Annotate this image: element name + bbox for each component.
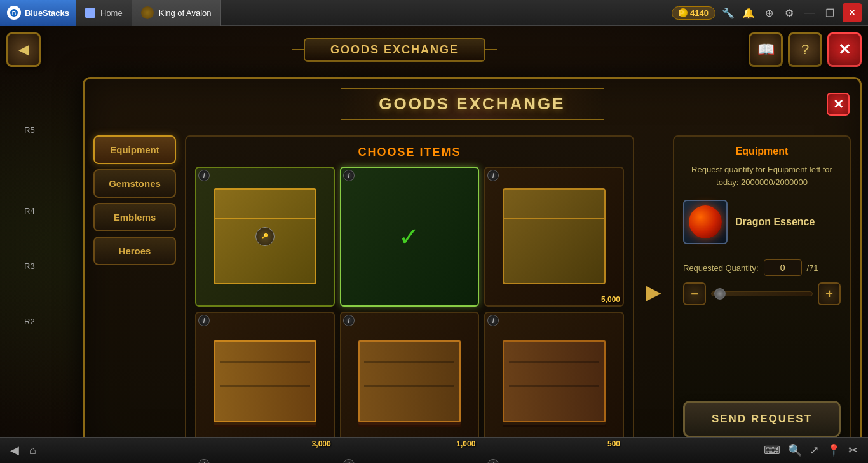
coins-display: P 4140 bbox=[672, 6, 715, 20]
slider-track[interactable] bbox=[711, 291, 813, 296]
item-info-btn-6[interactable]: i bbox=[487, 315, 499, 326]
item-info-btn-5[interactable]: i bbox=[343, 315, 355, 326]
sidebar-item-equipment[interactable]: Equipment bbox=[93, 135, 176, 164]
minus-button[interactable]: − bbox=[683, 282, 706, 305]
item-info-btn-3[interactable]: i bbox=[487, 170, 499, 181]
taskbar-scissors-icon[interactable]: ✂ bbox=[848, 443, 858, 457]
item-checkmark[interactable]: i ✓ bbox=[340, 167, 480, 307]
quantity-label: Requested Quantity: bbox=[683, 263, 759, 273]
r3-label: R3 bbox=[19, 258, 40, 275]
item-qty-5000: 5,000 bbox=[601, 295, 620, 304]
toolbar-right-buttons: 📖 ? ✕ bbox=[749, 32, 862, 67]
arrow-icon: ▶ bbox=[646, 280, 661, 304]
toolbar-title: GOODS EXCHANGE bbox=[330, 43, 459, 56]
modal-title-text: GOODS EXCHANGE bbox=[379, 94, 565, 113]
bluestacks-logo[interactable]: B BlueStacks bbox=[0, 0, 76, 26]
item-preview: Dragon Essence bbox=[683, 195, 841, 249]
bluestacks-label: BlueStacks bbox=[25, 8, 69, 18]
info-description: Request quantity for Equipment left for … bbox=[683, 163, 841, 188]
quantity-max: /71 bbox=[807, 263, 818, 273]
items-panel-title: CHOOSE ITEMS bbox=[195, 146, 624, 159]
r4-label: R4 bbox=[19, 202, 40, 219]
check-icon: ✓ bbox=[398, 222, 420, 251]
close-button[interactable]: × bbox=[843, 3, 862, 22]
sidebar-item-heroes[interactable]: Heroes bbox=[93, 237, 176, 265]
item-preview-image bbox=[683, 200, 728, 244]
slider-thumb[interactable] bbox=[714, 288, 726, 300]
slider-section: − + bbox=[683, 282, 841, 305]
taskbar-search-icon[interactable]: 🔍 bbox=[788, 443, 802, 457]
sidebar-item-emblems[interactable]: Emblems bbox=[93, 203, 176, 232]
modal-title-bg: GOODS EXCHANGE bbox=[341, 88, 603, 120]
items-grid: i 🔑 i ✓ i bbox=[195, 167, 624, 463]
svg-text:B: B bbox=[12, 10, 17, 17]
coin-icon: P bbox=[679, 8, 688, 17]
minimize-button[interactable]: — bbox=[802, 5, 817, 20]
book-button[interactable]: 📖 bbox=[749, 32, 783, 67]
back-button[interactable]: ◀ bbox=[6, 32, 41, 67]
toolbar-icon-4[interactable]: ⚙ bbox=[782, 5, 797, 20]
taskbar-location-icon[interactable]: 📍 bbox=[827, 443, 841, 457]
item-chest-large[interactable]: i 🔑 bbox=[195, 167, 335, 307]
bottom-taskbar: ◀ ⌂ ⌨ 🔍 ⤢ 📍 ✂ bbox=[0, 437, 868, 463]
item-chest-5000[interactable]: i 5,000 bbox=[484, 167, 624, 307]
left-sidebar: Equipment Gemstones Emblems Heroes bbox=[93, 135, 176, 448]
game-tab-label: King of Avalon bbox=[159, 8, 212, 18]
item-info-btn-1[interactable]: i bbox=[198, 170, 210, 181]
taskbar-keyboard-icon[interactable]: ⌨ bbox=[764, 443, 780, 457]
titlebar-left: B BlueStacks Home King of Avalon bbox=[0, 0, 221, 26]
info-panel: Equipment Request quantity for Equipment… bbox=[673, 135, 851, 448]
item-info-btn-4[interactable]: i bbox=[198, 315, 210, 326]
quantity-input[interactable] bbox=[764, 259, 802, 276]
plus-button[interactable]: + bbox=[818, 282, 841, 305]
item-plank-500[interactable]: i 500 bbox=[484, 312, 624, 452]
taskbar-resize-icon[interactable]: ⤢ bbox=[810, 443, 819, 457]
main-modal: GOODS EXCHANGE ✕ Equipment Gemstones Emb… bbox=[83, 77, 862, 457]
item-qty-1000: 1,000 bbox=[456, 439, 475, 448]
home-tab-label: Home bbox=[100, 8, 123, 18]
quantity-section: Requested Quantity: /71 bbox=[683, 259, 841, 276]
dragon-orb-icon bbox=[689, 205, 722, 238]
game-tab-icon bbox=[141, 6, 154, 19]
sidebar-item-gemstones[interactable]: Gemstones bbox=[93, 169, 176, 198]
bluestacks-icon: B bbox=[7, 6, 21, 20]
send-request-button[interactable]: SEND REQUEST bbox=[683, 401, 841, 438]
modal-body: Equipment Gemstones Emblems Heroes CHOOS… bbox=[85, 129, 860, 454]
item-plank-3000[interactable]: i 3,000 bbox=[195, 312, 335, 452]
items-arrow: ▶ bbox=[643, 135, 664, 448]
left-r-labels: R5 R4 R3 R2 bbox=[19, 121, 40, 330]
toolbar-icon-1[interactable]: 🔧 bbox=[721, 5, 736, 20]
info-panel-title: Equipment bbox=[683, 146, 841, 157]
taskbar-back-icon[interactable]: ◀ bbox=[10, 443, 19, 457]
game-area: R5 R4 R3 R2 ◀ GOODS EXCHANGE 📖 ? ✕ GOODS… bbox=[0, 26, 868, 463]
toolbar-icon-2[interactable]: 🔔 bbox=[741, 5, 756, 20]
taskbar-home-icon[interactable]: ⌂ bbox=[29, 444, 36, 457]
item-qty-500: 500 bbox=[607, 439, 620, 448]
item-qty-3000: 3,000 bbox=[312, 439, 331, 448]
titlebar-right: P 4140 🔧 🔔 ⊕ ⚙ — ❐ × bbox=[672, 3, 868, 22]
items-panel: CHOOSE ITEMS i 🔑 i ✓ bbox=[185, 135, 634, 448]
game-tab[interactable]: King of Avalon bbox=[132, 0, 221, 26]
modal-title-bar: GOODS EXCHANGE ✕ bbox=[85, 79, 860, 129]
toolbar-title-area: GOODS EXCHANGE bbox=[41, 38, 749, 62]
help-button[interactable]: ? bbox=[788, 32, 822, 67]
modal-close-button[interactable]: ✕ bbox=[827, 93, 850, 116]
toolbar-title-banner: GOODS EXCHANGE bbox=[304, 38, 485, 62]
top-toolbar: ◀ GOODS EXCHANGE 📖 ? ✕ bbox=[6, 32, 862, 67]
home-tab[interactable]: Home bbox=[76, 0, 132, 26]
item-info-btn-2[interactable]: i bbox=[343, 170, 355, 181]
r5-label: R5 bbox=[19, 121, 40, 139]
r2-label: R2 bbox=[19, 313, 40, 330]
restore-button[interactable]: ❐ bbox=[822, 5, 837, 20]
titlebar: B BlueStacks Home King of Avalon P 4140 … bbox=[0, 0, 868, 26]
home-tab-icon bbox=[85, 8, 95, 18]
toolbar-close-button[interactable]: ✕ bbox=[827, 32, 862, 67]
coins-value: 4140 bbox=[690, 8, 709, 18]
toolbar-icon-3[interactable]: ⊕ bbox=[761, 5, 776, 20]
item-preview-name: Dragon Essence bbox=[735, 216, 815, 228]
item-plank-1000[interactable]: i 1,000 bbox=[340, 312, 480, 452]
